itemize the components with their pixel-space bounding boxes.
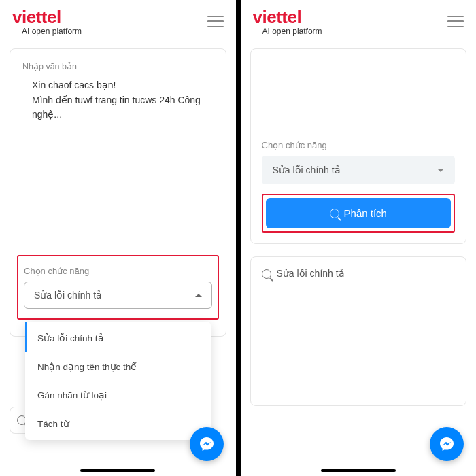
messenger-icon <box>439 436 455 452</box>
analyze-button[interactable]: Phân tích <box>266 198 452 228</box>
dropdown-option[interactable]: Nhận dạng tên thực thể <box>25 352 211 381</box>
text-area-blank[interactable] <box>262 60 456 135</box>
function-select-label: Chọn chức năng <box>262 140 456 150</box>
search-icon <box>330 209 339 218</box>
selected-option-text: Sửa lỗi chính tả <box>34 290 102 301</box>
result-card: Sửa lỗi chính tả <box>250 256 467 406</box>
dropdown-option[interactable]: Tách từ <box>25 409 211 440</box>
home-indicator <box>80 469 155 472</box>
messenger-icon <box>199 436 215 452</box>
brand-logo: viettel <box>12 7 82 28</box>
function-card: Chọn chức năng Sửa lỗi chính tả Phân tíc… <box>250 48 467 244</box>
highlight-analyze-button: Phân tích <box>262 194 456 233</box>
dropdown-option[interactable]: Gán nhãn từ loại <box>25 381 211 409</box>
input-card: Nhập văn bản Xin chaof cacs bạn! Mình đế… <box>10 48 226 337</box>
dropdown-option[interactable]: Sửa lỗi chính tả <box>25 322 211 352</box>
screen-divider <box>236 0 241 476</box>
function-select[interactable]: Sửa lỗi chính tả <box>262 156 456 184</box>
home-indicator <box>321 469 396 472</box>
logo-area: viettel AI open platform <box>253 7 322 36</box>
brand-logo: viettel <box>253 7 322 28</box>
function-select-label: Chọn chức năng <box>24 266 212 276</box>
brand-tagline: AI open platform <box>262 27 322 36</box>
input-label: Nhập văn bản <box>22 61 214 71</box>
header: viettel AI open platform <box>0 0 236 39</box>
chevron-down-icon <box>437 169 444 172</box>
messenger-fab[interactable] <box>190 427 224 461</box>
hamburger-menu-icon[interactable] <box>447 16 464 28</box>
result-title: Sửa lỗi chính tả <box>277 268 345 279</box>
search-icon <box>262 269 271 279</box>
header: viettel AI open platform <box>241 0 477 39</box>
logo-area: viettel AI open platform <box>12 7 82 36</box>
analyze-button-label: Phân tích <box>344 207 387 219</box>
messenger-fab[interactable] <box>430 427 464 461</box>
hamburger-menu-icon[interactable] <box>207 16 224 28</box>
highlight-select-area: Chọn chức năng Sửa lỗi chính tả <box>17 255 219 320</box>
brand-tagline: AI open platform <box>22 27 82 36</box>
left-screen: viettel AI open platform Nhập văn bản Xi… <box>0 0 236 476</box>
text-input[interactable]: Xin chaof cacs bạn! Mình đến tuwf trang … <box>32 78 214 255</box>
chevron-up-icon <box>195 294 202 297</box>
function-dropdown: Sửa lỗi chính tả Nhận dạng tên thực thể … <box>25 322 211 440</box>
function-select[interactable]: Sửa lỗi chính tả <box>24 282 212 309</box>
right-screen: viettel AI open platform Chọn chức năng … <box>241 0 477 476</box>
selected-option-text: Sửa lỗi chính tả <box>273 165 341 175</box>
